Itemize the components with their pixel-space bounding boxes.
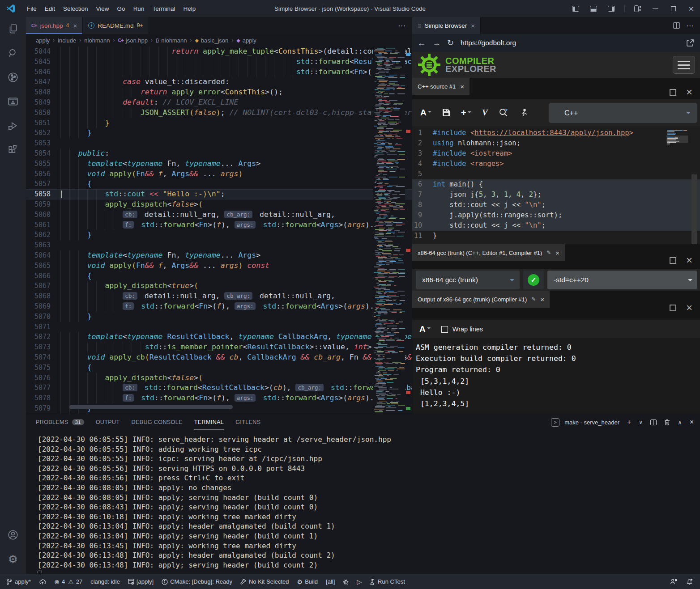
code-line[interactable]: 5053 bbox=[26, 138, 412, 148]
compiler-options-input[interactable]: -std=c++20 bbox=[547, 271, 697, 289]
reload-icon[interactable]: ↻ bbox=[447, 38, 454, 48]
close-panel-icon[interactable]: × bbox=[690, 418, 694, 426]
font-size-icon[interactable]: A bbox=[420, 108, 431, 118]
godbolt-code-line[interactable]: 4#include <ranges> bbox=[412, 159, 700, 169]
status-build-target[interactable]: [all] bbox=[326, 578, 335, 585]
code-line[interactable]: 5048return apply_error<ConstThis>(); bbox=[26, 87, 412, 97]
browser-more-actions-icon[interactable]: ⋯ bbox=[686, 21, 694, 30]
menu-run[interactable]: Run bbox=[129, 4, 149, 14]
terminal-title[interactable]: make - serve_header bbox=[564, 419, 619, 426]
horizontal-scrollbar[interactable] bbox=[69, 405, 233, 409]
menu-help[interactable]: Help bbox=[179, 4, 200, 14]
maximize-panel-icon[interactable]: ∧ bbox=[678, 419, 682, 426]
vim-mode-icon[interactable]: V bbox=[482, 108, 488, 118]
breadcrumb-item-basic_json[interactable]: ◆basic_json bbox=[195, 37, 228, 44]
forward-icon[interactable]: → bbox=[432, 38, 440, 48]
search-icon[interactable] bbox=[0, 41, 26, 65]
code-line[interactable]: 5068cb: detail::null_arg, cb_arg: detail… bbox=[26, 291, 412, 301]
terminal[interactable]: [2022-04-30 06:05:55] INFO: serve_header… bbox=[38, 435, 691, 573]
code-line[interactable]: 5052} bbox=[26, 128, 412, 138]
code-line[interactable]: 5051} bbox=[26, 118, 412, 128]
toggle-sidebar-icon[interactable] bbox=[567, 0, 585, 17]
status-git-branch[interactable]: apply* bbox=[6, 578, 31, 585]
source-pane-tab[interactable]: C++ source #1× bbox=[412, 78, 470, 95]
godbolt-code-line[interactable]: 10 std::cout << j << "\n"; bbox=[412, 220, 700, 231]
toggle-secondary-sidebar-icon[interactable] bbox=[602, 0, 620, 17]
language-select[interactable]: C++ bbox=[549, 103, 697, 123]
overview-ruler[interactable] bbox=[405, 47, 412, 414]
back-icon[interactable]: ← bbox=[418, 38, 426, 48]
tab-readme-md[interactable]: i README.md 9+ bbox=[83, 17, 149, 34]
code-line[interactable]: 5067apply_dispatch<true>( bbox=[26, 281, 412, 291]
code-editor[interactable]: 5044return apply_make_tuple<ConstThis>(d… bbox=[26, 47, 412, 414]
new-terminal-icon[interactable]: + bbox=[627, 418, 631, 426]
godbolt-code-line[interactable]: 2using nlohmann::json; bbox=[412, 138, 700, 148]
menu-view[interactable]: View bbox=[92, 4, 113, 14]
kill-terminal-icon[interactable] bbox=[664, 419, 670, 425]
status-publish-changes[interactable] bbox=[39, 579, 46, 585]
add-pane-icon[interactable]: + bbox=[461, 107, 471, 118]
close-pane-icon[interactable]: × bbox=[460, 83, 464, 90]
code-line[interactable]: 5060cb: detail::null_arg, cb_arg: detail… bbox=[26, 210, 412, 220]
wrap-lines-checkbox[interactable] bbox=[441, 326, 448, 333]
code-line[interactable]: 5058std::cout << "Hello :-)\n"; bbox=[26, 189, 412, 199]
panel-tab-output[interactable]: OUTPUT bbox=[96, 414, 120, 430]
breadcrumb-item-json.hpp[interactable]: C+json.hpp bbox=[118, 37, 148, 44]
status-cmake-status[interactable]: CMake: [Debug]: Ready bbox=[162, 578, 232, 585]
run-person-icon[interactable] bbox=[519, 108, 528, 117]
code-line[interactable]: 5069f: std::forward<Fn>(f), args: std::f… bbox=[26, 301, 412, 312]
code-line[interactable]: 5071 bbox=[26, 322, 412, 332]
godbolt-code-line[interactable]: 8 std::cout << j << "\n"; bbox=[412, 200, 700, 210]
compiler-select[interactable]: x86-64 gcc (trunk) bbox=[416, 271, 520, 289]
code-line[interactable]: 5074void apply_cb(ResultCallback && cb, … bbox=[26, 352, 412, 363]
minimize-button[interactable] bbox=[646, 0, 664, 17]
godbolt-code-line[interactable]: 1#include <https://localhost:8443/apply/… bbox=[412, 128, 700, 138]
extensions-icon[interactable] bbox=[0, 138, 26, 162]
godbolt-code-line[interactable]: 6int main() { bbox=[412, 179, 700, 190]
rename-pane-icon[interactable]: ✎ bbox=[546, 250, 551, 256]
settings-gear-icon[interactable]: ⚙ bbox=[0, 547, 26, 571]
panel-tab-problems[interactable]: PROBLEMS31 bbox=[36, 414, 84, 430]
breadcrumb-item-apply[interactable]: ◆apply bbox=[236, 37, 256, 44]
code-line[interactable]: 5059apply_dispatch<false>( bbox=[26, 199, 412, 210]
godbolt-code-line[interactable]: 7 json j{5, 3, 1, 4, 2}; bbox=[412, 190, 700, 200]
status-cmake-project[interactable]: [apply] bbox=[128, 578, 154, 585]
panel-tab-gitlens[interactable]: GITLENS bbox=[235, 414, 260, 430]
code-line[interactable]: 5056void apply(Fn&& f, Args&& ... args) bbox=[26, 169, 412, 179]
compiler-pane-tab[interactable]: x86-64 gcc (trunk) (C++, Editor #1, Comp… bbox=[412, 244, 565, 261]
status-problems-errors[interactable]: ⊗4 bbox=[54, 578, 65, 585]
customize-layout-icon[interactable] bbox=[628, 0, 646, 17]
menu-file[interactable]: File bbox=[23, 4, 41, 14]
code-line[interactable]: 5063 bbox=[26, 240, 412, 250]
explorer-icon[interactable] bbox=[0, 17, 26, 41]
close-tab-icon[interactable]: × bbox=[471, 22, 475, 30]
status-run-ctest[interactable]: Run CTest bbox=[370, 578, 405, 585]
tab-json-hpp[interactable]: C+ json.hpp 4 × bbox=[26, 17, 83, 34]
godbolt-minimap[interactable] bbox=[666, 129, 688, 174]
output-pane-tab[interactable]: Output of x86-64 gcc (trunk) (Compiler #… bbox=[412, 291, 550, 308]
code-line[interactable]: 5055template<typename Fn, typename... Ar… bbox=[26, 159, 412, 169]
code-line[interactable]: 5077cb: std::forward<ResultCallback>(cb)… bbox=[26, 383, 412, 393]
close-tab-icon[interactable]: × bbox=[73, 22, 77, 30]
status-problems-warnings[interactable]: ⚠27 bbox=[68, 578, 82, 585]
breadcrumb-item-apply[interactable]: apply bbox=[36, 37, 50, 44]
breadcrumb-item-include[interactable]: include bbox=[58, 37, 76, 44]
code-line[interactable]: 5078f: std::forward<Fn>(f), args: std::f… bbox=[26, 393, 412, 403]
code-line[interactable]: 5046std::forward<Fn>(f)) bbox=[26, 67, 412, 77]
godbolt-code-line[interactable]: 11} bbox=[412, 231, 700, 241]
code-line[interactable]: 5057{ bbox=[26, 179, 412, 189]
menu-edit[interactable]: Edit bbox=[41, 4, 59, 14]
status-debug-button[interactable] bbox=[343, 579, 349, 585]
split-terminal-icon[interactable] bbox=[650, 420, 657, 425]
code-line[interactable]: 5054public: bbox=[26, 148, 412, 159]
status-notifications[interactable] bbox=[686, 578, 693, 585]
godbolt-scrollbar[interactable] bbox=[691, 174, 697, 246]
code-line[interactable]: 5076apply_dispatch<false>( bbox=[26, 373, 412, 383]
status-feedback[interactable] bbox=[670, 578, 677, 585]
tab-simple-browser[interactable]: ≡ Simple Browser × bbox=[412, 17, 481, 34]
menu-selection[interactable]: Selection bbox=[59, 4, 92, 14]
hamburger-menu-icon[interactable] bbox=[673, 56, 695, 74]
maximize-pane-icon[interactable] bbox=[670, 257, 676, 264]
godbolt-code-line[interactable]: 5 bbox=[412, 169, 700, 179]
terminal-dropdown-icon[interactable]: ∨ bbox=[639, 419, 643, 425]
